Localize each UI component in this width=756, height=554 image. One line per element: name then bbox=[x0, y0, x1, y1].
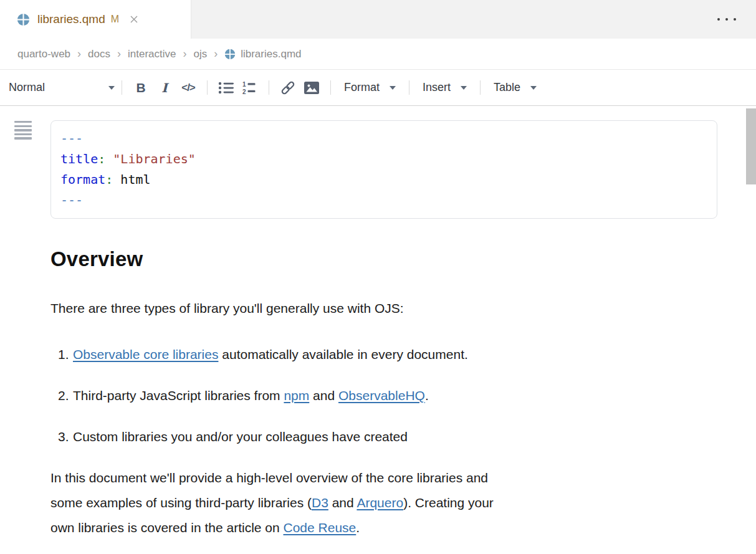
chevron-down-icon bbox=[108, 86, 115, 90]
bullet-list-icon bbox=[218, 81, 234, 95]
quarto-logo-icon bbox=[224, 49, 236, 60]
code-line: --- bbox=[60, 128, 707, 149]
inline-link[interactable]: Arquero bbox=[356, 495, 403, 510]
italic-button[interactable]: I bbox=[153, 77, 176, 99]
list-item-text: Observable core libraries automatically … bbox=[73, 342, 468, 367]
list-item: 1. Observable core libraries automatical… bbox=[50, 342, 717, 367]
paragraph-line: In this document we'll provide a high-le… bbox=[50, 466, 717, 490]
quarto-visual-editor-window: libraries.qmd M quarto-web › docs › inte… bbox=[0, 0, 756, 554]
text-run: some examples of using third-party libra… bbox=[50, 495, 312, 510]
text-run: automatically available in every documen… bbox=[218, 347, 467, 361]
svg-text:1: 1 bbox=[242, 81, 246, 88]
toolbar-divider bbox=[122, 80, 122, 95]
formatting-toolbar: Normal B I </> 1 2 bbox=[0, 70, 756, 106]
close-icon[interactable] bbox=[128, 14, 140, 25]
list-item: 3. Custom libraries you and/or your coll… bbox=[50, 424, 717, 449]
more-actions-icon[interactable] bbox=[716, 0, 737, 39]
image-button[interactable] bbox=[300, 77, 323, 99]
toolbar-divider bbox=[269, 80, 269, 95]
text-run: and bbox=[309, 388, 338, 403]
toolbar-divider bbox=[409, 80, 409, 95]
inline-link[interactable]: Code Reuse bbox=[284, 520, 356, 535]
list-item-text: Custom libraries you and/or your colleag… bbox=[73, 424, 408, 449]
chevron-right-icon: › bbox=[183, 47, 186, 60]
breadcrumb: quarto-web › docs › interactive › ojs › … bbox=[0, 39, 756, 70]
svg-text:2: 2 bbox=[242, 88, 246, 95]
yaml-front-matter-block[interactable]: ---title: "Libraries"format: html--- bbox=[50, 120, 717, 219]
numbered-list-button[interactable]: 1 2 bbox=[238, 77, 262, 99]
toolbar-divider bbox=[480, 80, 481, 95]
list-number: 1. bbox=[58, 342, 70, 367]
chevron-down-icon bbox=[530, 86, 537, 90]
link-icon bbox=[279, 80, 297, 95]
code-icon: </> bbox=[181, 82, 195, 94]
paragraph-line: some examples of using third-party libra… bbox=[50, 490, 717, 515]
insert-menu-label: Insert bbox=[423, 81, 451, 94]
closing-paragraph: In this document we'll provide a high-le… bbox=[50, 466, 717, 540]
heading-overview: Overview bbox=[50, 246, 717, 272]
block-drag-handle-icon[interactable] bbox=[14, 121, 32, 140]
document-body: ---title: "Libraries"format: html--- Ove… bbox=[0, 106, 756, 540]
inline-link[interactable]: Observable core libraries bbox=[73, 347, 218, 361]
italic-icon: I bbox=[161, 80, 167, 95]
chevron-right-icon: › bbox=[214, 47, 218, 60]
chevron-down-icon bbox=[390, 86, 396, 90]
image-icon bbox=[304, 81, 320, 95]
code-line: format: html bbox=[60, 170, 707, 190]
quarto-logo-icon bbox=[17, 13, 30, 26]
library-types-list: 1. Observable core libraries automatical… bbox=[50, 342, 717, 449]
bold-button[interactable]: B bbox=[129, 77, 153, 99]
text-run: and bbox=[328, 495, 357, 510]
text-run: own libraries is covered in the article … bbox=[50, 520, 284, 535]
paragraph-style-dropdown[interactable]: Normal bbox=[9, 81, 115, 94]
text-run: Third-party JavaScript libraries from bbox=[73, 388, 284, 403]
inline-link[interactable]: ObservableHQ bbox=[338, 388, 425, 403]
breadcrumb-file-label: libraries.qmd bbox=[241, 48, 301, 60]
editor-surface[interactable]: ---title: "Libraries"format: html--- Ove… bbox=[0, 106, 756, 554]
vertical-scrollbar-thumb[interactable] bbox=[746, 108, 756, 184]
text-run: In this document we'll provide a high-le… bbox=[50, 470, 488, 485]
text-run: . bbox=[356, 520, 360, 535]
list-item: 2. Third-party JavaScript libraries from… bbox=[50, 383, 717, 408]
insert-menu[interactable]: Insert bbox=[416, 81, 473, 94]
chevron-down-icon bbox=[461, 86, 467, 90]
list-number: 2. bbox=[58, 383, 70, 408]
intro-paragraph: There are three types of library you'll … bbox=[50, 296, 717, 321]
format-menu[interactable]: Format bbox=[338, 81, 402, 94]
numbered-list-icon: 1 2 bbox=[242, 81, 258, 95]
modified-badge: M bbox=[111, 14, 119, 25]
paragraph-style-value: Normal bbox=[9, 81, 45, 94]
tab-bar-spacer bbox=[191, 0, 716, 39]
breadcrumb-item-docs[interactable]: docs bbox=[88, 48, 110, 60]
bullet-list-button[interactable] bbox=[214, 77, 238, 99]
table-menu[interactable]: Table bbox=[487, 81, 543, 94]
inline-link[interactable]: npm bbox=[284, 388, 309, 403]
code-line: --- bbox=[60, 190, 707, 211]
breadcrumb-item-interactive[interactable]: interactive bbox=[128, 48, 176, 60]
toolbar-divider bbox=[207, 80, 208, 95]
text-run: ). Creating your bbox=[403, 495, 494, 510]
code-line: title: "Libraries" bbox=[60, 149, 707, 170]
format-menu-label: Format bbox=[344, 81, 380, 94]
breadcrumb-item-ojs[interactable]: ojs bbox=[193, 48, 207, 60]
toolbar-divider bbox=[330, 80, 331, 95]
tab-libraries-qmd[interactable]: libraries.qmd M bbox=[0, 0, 191, 39]
chevron-right-icon: › bbox=[117, 47, 121, 60]
list-number: 3. bbox=[58, 424, 70, 449]
text-run: . bbox=[425, 388, 429, 403]
breadcrumb-item-file[interactable]: libraries.qmd bbox=[224, 48, 301, 60]
inline-link[interactable]: D3 bbox=[312, 495, 328, 510]
paragraph-line: own libraries is covered in the article … bbox=[50, 515, 717, 540]
editor-tab-bar: libraries.qmd M bbox=[0, 0, 756, 39]
list-item-text: Third-party JavaScript libraries from np… bbox=[73, 383, 429, 408]
table-menu-label: Table bbox=[494, 81, 520, 94]
text-run: Custom libraries you and/or your colleag… bbox=[73, 429, 408, 444]
code-button[interactable]: </> bbox=[176, 77, 200, 99]
tab-title: libraries.qmd bbox=[37, 12, 105, 26]
breadcrumb-item-quarto-web[interactable]: quarto-web bbox=[17, 48, 70, 60]
bold-icon: B bbox=[136, 80, 145, 95]
link-button[interactable] bbox=[276, 77, 300, 99]
chevron-right-icon: › bbox=[77, 47, 81, 60]
